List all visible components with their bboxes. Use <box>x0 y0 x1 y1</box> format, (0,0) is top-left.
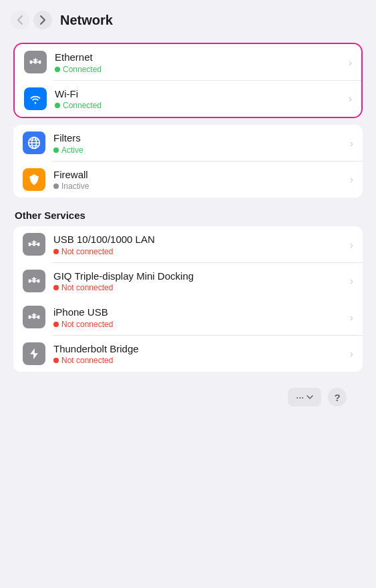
wifi-icon-wrap <box>24 87 47 110</box>
firewall-name: Firewall <box>53 168 346 182</box>
thunderbolt-status: Not connected <box>53 356 346 365</box>
wifi-status-label: Connected <box>63 101 102 110</box>
forward-button[interactable] <box>33 11 52 29</box>
usb-lan-name: USB 10/100/1000 LAN <box>53 233 346 246</box>
filters-status: Active <box>53 145 346 155</box>
iphone-usb-text: iPhone USB Not connected <box>53 306 346 329</box>
iphone-usb-name: iPhone USB <box>53 306 346 319</box>
bottom-bar: ··· ? <box>13 377 363 417</box>
ethernet-status: Connected <box>55 65 345 74</box>
filters-text: Filters Active <box>53 131 346 155</box>
ethernet-status-label: Connected <box>63 65 102 74</box>
svg-rect-1 <box>34 61 36 64</box>
firewall-status: Inactive <box>53 182 346 191</box>
wifi-chevron: › <box>349 93 352 104</box>
other-services-header: Other Services <box>13 210 363 221</box>
wifi-item[interactable]: Wi-Fi Connected › <box>15 81 361 117</box>
usb-lan-text: USB 10/100/1000 LAN Not connected <box>53 233 346 256</box>
giq-docking-name: GIQ Triple-display Mini Docking <box>53 270 346 283</box>
thunderbolt-status-label: Not connected <box>61 356 113 365</box>
giq-docking-status-dot <box>53 285 59 290</box>
ethernet-item[interactable]: Ethernet Connected › <box>15 44 361 81</box>
svg-marker-33 <box>30 348 38 359</box>
page-title: Network <box>60 13 113 28</box>
usb-lan-item[interactable]: USB 10/100/1000 LAN Not connected › <box>13 226 363 263</box>
highlighted-services-section: Ethernet Connected › <box>13 43 363 118</box>
header: Network <box>0 0 376 37</box>
wifi-status: Connected <box>55 101 345 110</box>
giq-docking-status: Not connected <box>53 283 346 292</box>
usb-lan-status-dot <box>53 249 59 254</box>
filters-firewall-section: Filters Active › Firewall <box>13 125 363 198</box>
firewall-status-dot <box>53 184 59 189</box>
chevron-down-icon <box>307 394 313 400</box>
help-button[interactable]: ? <box>328 388 347 406</box>
wifi-text: Wi-Fi Connected <box>55 87 345 111</box>
svg-rect-13 <box>33 243 35 246</box>
svg-rect-15 <box>30 244 33 245</box>
thunderbolt-icon <box>23 342 45 365</box>
thunderbolt-chevron: › <box>350 348 353 359</box>
ethernet-status-dot <box>55 67 60 72</box>
thunderbolt-text: Thunderbolt Bridge Not connected <box>53 342 346 366</box>
usb-lan-chevron: › <box>350 239 353 250</box>
app-window: Network Ethernet <box>0 0 376 430</box>
svg-rect-22 <box>30 280 33 282</box>
filters-icon <box>23 131 45 154</box>
wifi-status-dot <box>55 103 60 108</box>
svg-rect-27 <box>33 316 35 319</box>
ethernet-name: Ethernet <box>55 51 345 64</box>
usb-lan-status: Not connected <box>53 247 346 256</box>
thunderbolt-status-dot <box>53 358 59 363</box>
giq-docking-icon <box>23 270 45 292</box>
back-button[interactable] <box>11 11 29 29</box>
other-services-section: USB 10/100/1000 LAN Not connected › <box>13 226 363 372</box>
svg-rect-3 <box>31 61 34 63</box>
usb-lan-status-label: Not connected <box>61 247 113 256</box>
ethernet-text: Ethernet Connected <box>55 51 345 74</box>
svg-rect-20 <box>33 279 35 282</box>
thunderbolt-item[interactable]: Thunderbolt Bridge Not connected › <box>13 336 363 372</box>
firewall-status-label: Inactive <box>61 182 89 191</box>
main-content: Ethernet Connected › <box>0 37 376 430</box>
iphone-usb-item[interactable]: iPhone USB Not connected › <box>13 299 363 336</box>
svg-rect-30 <box>35 316 38 318</box>
firewall-icon <box>23 168 45 191</box>
svg-rect-32 <box>33 313 35 315</box>
svg-rect-25 <box>33 277 35 279</box>
giq-docking-text: GIQ Triple-display Mini Docking Not conn… <box>53 270 346 293</box>
svg-rect-29 <box>30 316 33 318</box>
iphone-usb-chevron: › <box>350 312 353 323</box>
firewall-item[interactable]: Firewall Inactive › <box>13 162 363 198</box>
iphone-usb-status: Not connected <box>53 320 346 329</box>
wifi-name: Wi-Fi <box>55 87 345 101</box>
more-button[interactable]: ··· <box>288 388 321 406</box>
iphone-usb-icon <box>23 306 45 328</box>
ethernet-chevron: › <box>349 57 352 68</box>
thunderbolt-name: Thunderbolt Bridge <box>53 342 346 356</box>
usb-lan-icon <box>23 233 45 256</box>
help-label: ? <box>334 392 340 403</box>
more-label: ··· <box>296 392 304 402</box>
giq-docking-chevron: › <box>350 275 353 286</box>
svg-rect-23 <box>35 280 38 282</box>
filters-name: Filters <box>53 131 346 145</box>
filters-chevron: › <box>350 137 353 149</box>
filters-item[interactable]: Filters Active › <box>13 125 363 162</box>
giq-docking-item[interactable]: GIQ Triple-display Mini Docking Not conn… <box>13 263 363 300</box>
svg-rect-6 <box>35 58 36 60</box>
filters-status-label: Active <box>61 145 83 155</box>
svg-rect-4 <box>37 61 39 63</box>
iphone-usb-status-dot <box>53 322 59 327</box>
firewall-text: Firewall Inactive <box>53 168 346 192</box>
filters-status-dot <box>53 148 59 153</box>
ethernet-icon <box>24 51 47 73</box>
svg-rect-16 <box>35 244 38 245</box>
iphone-usb-status-label: Not connected <box>61 320 113 329</box>
svg-rect-18 <box>33 240 35 242</box>
giq-docking-status-label: Not connected <box>61 283 113 292</box>
firewall-chevron: › <box>350 174 353 185</box>
